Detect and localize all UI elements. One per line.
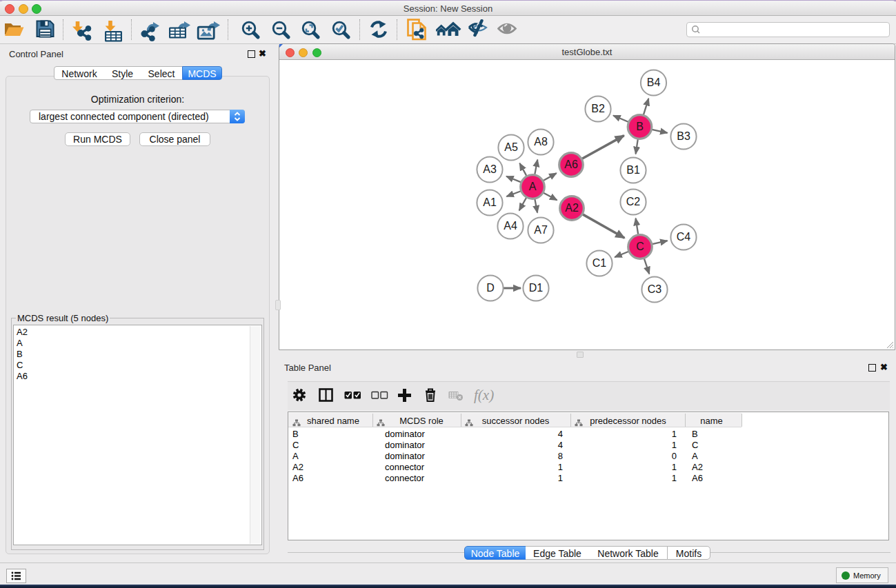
svg-text:A8: A8: [534, 136, 548, 148]
svg-text:A2: A2: [565, 202, 579, 214]
svg-text:A7: A7: [534, 224, 548, 236]
svg-text:B2: B2: [591, 103, 605, 114]
svg-text:A5: A5: [504, 141, 518, 153]
svg-text:D: D: [486, 282, 495, 294]
svg-text:A1: A1: [483, 196, 497, 208]
svg-text:C: C: [636, 241, 644, 252]
svg-text:C3: C3: [648, 283, 662, 295]
svg-text:A3: A3: [483, 163, 497, 175]
svg-text:C1: C1: [593, 257, 607, 269]
svg-text:B1: B1: [626, 164, 640, 176]
svg-text:A6: A6: [564, 159, 578, 170]
svg-text:D1: D1: [529, 282, 544, 294]
svg-text:B4: B4: [647, 77, 661, 88]
svg-text:B3: B3: [677, 130, 690, 142]
svg-text:A: A: [529, 181, 537, 192]
svg-text:C2: C2: [626, 196, 641, 207]
svg-text:B: B: [636, 121, 644, 132]
svg-text:C4: C4: [677, 231, 691, 243]
svg-text:A4: A4: [504, 220, 517, 232]
